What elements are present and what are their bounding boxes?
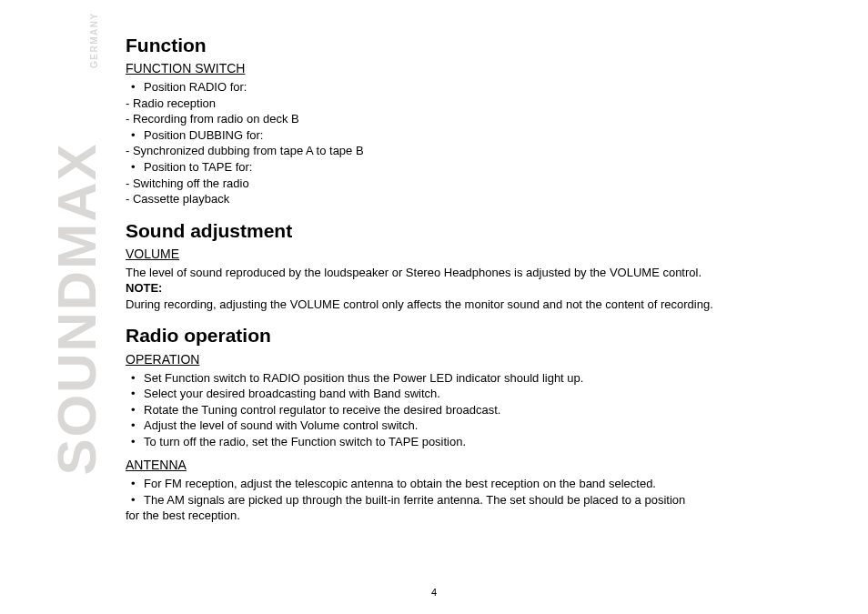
- note-label: NOTE:: [126, 280, 823, 297]
- page-content: Function FUNCTION SWITCH Position RADIO …: [126, 33, 823, 524]
- list-item: Position DUBBING for:: [126, 127, 823, 144]
- list-item-tail: for the best reception.: [126, 508, 823, 524]
- list-item: - Synchronized dubbing from tape A to ta…: [126, 143, 823, 159]
- list-item: Select your desired broadcasting band wi…: [126, 386, 823, 402]
- section-sound-title: Sound adjustment: [126, 218, 823, 244]
- list-item: The AM signals are picked up through the…: [126, 492, 823, 508]
- page-number: 4: [0, 587, 868, 598]
- list-item: For FM reception, adjust the telescopic …: [126, 476, 823, 492]
- list-item: Rotate the Tuning control regulator to r…: [126, 402, 823, 418]
- brand-sidebar: SOUNDMAX GERMANY: [4, 0, 113, 614]
- section-function-title: Function: [126, 33, 823, 58]
- brand-logo: SOUNDMAX: [45, 82, 108, 537]
- paragraph: The level of sound reproduced by the lou…: [126, 265, 823, 281]
- list-item: Position RADIO for:: [126, 79, 823, 96]
- paragraph: During recording, adjusting the VOLUME c…: [126, 297, 823, 313]
- list-item: - Recording from radio on deck B: [126, 111, 823, 127]
- list-item: Position to TAPE for:: [126, 159, 823, 176]
- subhead-operation: OPERATION: [126, 351, 823, 368]
- list-item: Set Function switch to RADIO position th…: [126, 370, 823, 387]
- subhead-volume: VOLUME: [126, 246, 823, 263]
- section-radio-title: Radio operation: [126, 323, 823, 348]
- list-item: Adjust the level of sound with Volume co…: [126, 418, 823, 434]
- list-item: To turn off the radio, set the Function …: [126, 434, 823, 450]
- subhead-antenna: ANTENNA: [126, 457, 823, 474]
- list-item: - Switching off the radio: [126, 176, 823, 192]
- list-item: - Cassette playback: [126, 191, 823, 207]
- list-item: - Radio reception: [126, 96, 823, 112]
- subhead-function-switch: FUNCTION SWITCH: [126, 60, 823, 77]
- brand-sub: GERMANY: [89, 12, 99, 68]
